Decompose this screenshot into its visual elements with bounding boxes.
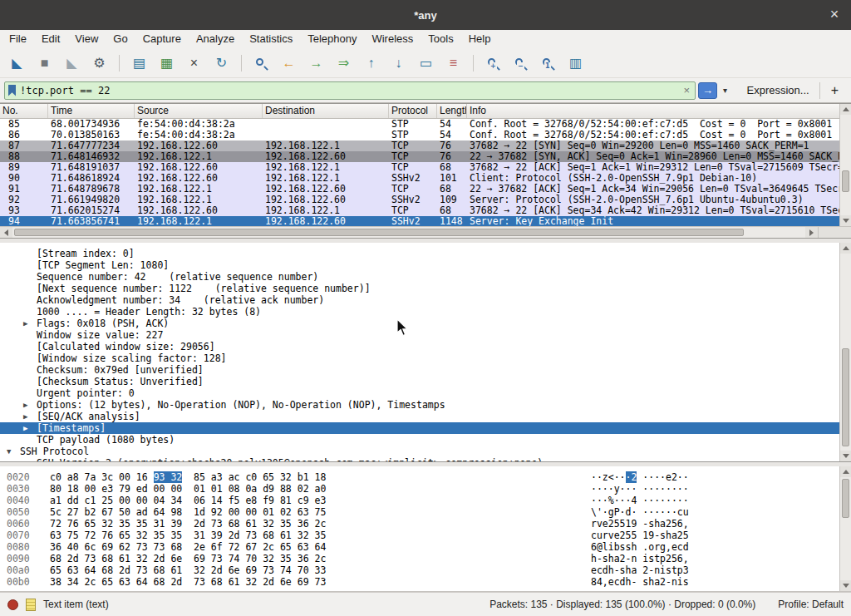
hex-row[interactable]: 00505c 27 b2 67 50 ad 64 98 1d 92 00 00 …: [0, 506, 851, 518]
vscroll-thumb[interactable]: [842, 479, 849, 518]
capture-options-button[interactable]: ⚙: [88, 52, 111, 75]
find-packet-button[interactable]: [250, 52, 273, 75]
menu-item-telephony[interactable]: Telephony: [300, 30, 364, 49]
column-header-info[interactable]: Info: [467, 104, 839, 118]
menu-item-capture[interactable]: Capture: [135, 30, 189, 49]
zoom-in-button[interactable]: +: [482, 52, 504, 75]
hex-row[interactable]: 006072 76 65 32 35 35 31 39 2d 73 68 61 …: [0, 518, 851, 530]
expander-closed-icon[interactable]: ▶: [23, 411, 37, 422]
vscroll-track[interactable]: [840, 477, 851, 580]
filter-text[interactable]: !tcp.port == 22: [20, 85, 677, 96]
packet-row-93[interactable]: 9371.662015274192.168.122.60192.168.122.…: [0, 205, 839, 216]
statusbar-profile[interactable]: Profile: Default: [778, 599, 844, 610]
detail-row[interactable]: [Window size scaling factor: 128]: [0, 352, 851, 364]
start-capture-button[interactable]: ◣: [6, 52, 28, 75]
packet-row-92[interactable]: 9271.661949820192.168.122.1192.168.122.6…: [0, 195, 839, 205]
bytes-vscrollbar[interactable]: [839, 466, 851, 591]
hex-row[interactable]: 00a065 63 64 68 2d 73 68 61 32 2d 6e 69 …: [0, 564, 851, 576]
detail-row[interactable]: Checksum: 0x79ed [unverified]: [0, 364, 851, 376]
vscroll-thumb[interactable]: [842, 348, 849, 447]
column-header-time[interactable]: Time: [48, 104, 135, 118]
zoom-out-button[interactable]: −: [509, 52, 532, 75]
filter-apply-button[interactable]: →: [698, 82, 717, 99]
detail-row[interactable]: Window size value: 227: [0, 329, 851, 341]
scroll-down-arrow-icon[interactable]: [840, 215, 851, 226]
hex-row[interactable]: 008036 40 6c 69 62 73 73 68 2e 6f 72 67 …: [0, 541, 851, 553]
packet-row-90[interactable]: 9071.648618924192.168.122.60192.168.122.…: [0, 173, 839, 184]
menu-item-statistics[interactable]: Statistics: [242, 30, 300, 49]
restart-capture-button[interactable]: ◣: [61, 52, 83, 75]
scroll-up-arrow-icon[interactable]: [840, 466, 851, 477]
hscroll-thumb[interactable]: [14, 229, 744, 236]
save-file-button[interactable]: ▦: [155, 52, 178, 75]
hex-row[interactable]: 0040a1 dd c1 25 00 00 04 34 06 14 f5 e8 …: [0, 495, 851, 506]
display-filter-input[interactable]: !tcp.port == 22 ×: [4, 81, 696, 100]
filter-bookmark-icon[interactable]: [8, 85, 16, 96]
scroll-right-arrow-icon[interactable]: [805, 227, 818, 238]
column-header-proto[interactable]: Protocol: [389, 104, 437, 118]
go-back-button[interactable]: ←: [278, 52, 300, 75]
detail-row[interactable]: SSH Version 2 (encryption:chacha20-poly1…: [0, 457, 851, 462]
detail-row[interactable]: [TCP Segment Len: 1080]: [0, 259, 851, 271]
menu-item-go[interactable]: Go: [106, 30, 135, 49]
expander-closed-icon[interactable]: ▶: [23, 399, 37, 411]
filter-dropdown-caret-icon[interactable]: ▾: [720, 86, 730, 95]
packet-list-vscrollbar[interactable]: [839, 104, 851, 226]
filter-add-button[interactable]: +: [823, 83, 847, 98]
close-file-button[interactable]: ×: [183, 52, 205, 75]
packet-row-85[interactable]: 8568.001734936fe:54:00:d4:38:2aSTP54Conf…: [0, 119, 839, 130]
menu-item-wireless[interactable]: Wireless: [364, 30, 421, 49]
filter-clear-icon[interactable]: ×: [681, 84, 691, 96]
menu-item-analyze[interactable]: Analyze: [189, 30, 242, 49]
expander-open-icon[interactable]: ▼: [7, 446, 20, 457]
scroll-down-arrow-icon[interactable]: [840, 451, 851, 461]
hex-row[interactable]: 00b038 34 2c 65 63 64 68 2d 73 68 61 32 …: [0, 576, 851, 588]
vscroll-track[interactable]: [840, 254, 851, 451]
expression-button[interactable]: Expression...: [740, 84, 817, 96]
hscroll-track[interactable]: [12, 227, 805, 238]
stop-capture-button[interactable]: ■: [33, 52, 56, 75]
detail-row-expandable[interactable]: ▶[Timestamps]: [0, 422, 851, 434]
expander-closed-icon[interactable]: ▶: [23, 318, 37, 329]
menu-item-edit[interactable]: Edit: [34, 30, 67, 49]
expert-info-icon[interactable]: [7, 599, 18, 610]
menu-item-tools[interactable]: Tools: [421, 30, 460, 49]
go-first-button[interactable]: ↑: [360, 52, 382, 75]
reload-button[interactable]: ↻: [210, 52, 233, 75]
detail-row-expandable[interactable]: ▼SSH Protocol: [0, 446, 851, 457]
vscroll-thumb[interactable]: [842, 170, 849, 193]
packet-row-86[interactable]: 8670.013850163fe:54:00:d4:38:2aSTP54Conf…: [0, 130, 839, 140]
detail-row[interactable]: Sequence number: 42 (relative sequence n…: [0, 271, 851, 283]
colorize-button[interactable]: ≡: [442, 52, 465, 75]
scroll-left-arrow-icon[interactable]: [0, 227, 12, 238]
detail-row[interactable]: Urgent pointer: 0: [0, 387, 851, 399]
scroll-up-arrow-icon[interactable]: [840, 104, 851, 115]
column-header-dst[interactable]: Destination: [263, 104, 389, 118]
detail-row[interactable]: [Next sequence number: 1122 (relative se…: [0, 283, 851, 294]
go-last-button[interactable]: ↓: [387, 52, 410, 75]
detail-row[interactable]: 1000 .... = Header Length: 32 bytes (8): [0, 306, 851, 318]
capture-comment-icon[interactable]: [26, 599, 36, 611]
menu-item-help[interactable]: Help: [461, 30, 499, 49]
resize-columns-button[interactable]: ▥: [564, 52, 587, 75]
details-vscrollbar[interactable]: [839, 243, 851, 461]
detail-row[interactable]: TCP payload (1080 bytes): [0, 434, 851, 446]
auto-scroll-button[interactable]: ▭: [415, 52, 437, 75]
vscroll-track[interactable]: [840, 115, 851, 215]
packet-row-89[interactable]: 8971.648191037192.168.122.60192.168.122.…: [0, 162, 839, 173]
hex-row[interactable]: 007063 75 72 76 65 32 35 35 31 39 2d 73 …: [0, 530, 851, 541]
scroll-down-arrow-icon[interactable]: [840, 580, 851, 591]
packet-row-87[interactable]: 8771.647777234192.168.122.60192.168.122.…: [0, 140, 839, 151]
packet-row-91[interactable]: 9171.648789678192.168.122.1192.168.122.6…: [0, 184, 839, 195]
detail-row[interactable]: [Calculated window size: 29056]: [0, 341, 851, 352]
menu-item-view[interactable]: View: [67, 30, 106, 49]
detail-row-expandable[interactable]: ▶Options: (12 bytes), No-Operation (NOP)…: [0, 399, 851, 411]
hex-row[interactable]: 009068 2d 73 68 61 32 2d 6e 69 73 74 70 …: [0, 553, 851, 564]
hex-row[interactable]: 003080 18 00 e3 79 ed 00 00 01 01 08 0a …: [0, 483, 851, 495]
column-header-no[interactable]: No.: [0, 104, 48, 118]
scroll-up-arrow-icon[interactable]: [840, 243, 851, 254]
packet-row-88[interactable]: 8871.648146932192.168.122.1192.168.122.6…: [0, 151, 839, 162]
menu-item-file[interactable]: File: [2, 30, 34, 49]
column-header-len[interactable]: Length: [437, 104, 467, 118]
go-forward-button[interactable]: →: [305, 52, 327, 75]
